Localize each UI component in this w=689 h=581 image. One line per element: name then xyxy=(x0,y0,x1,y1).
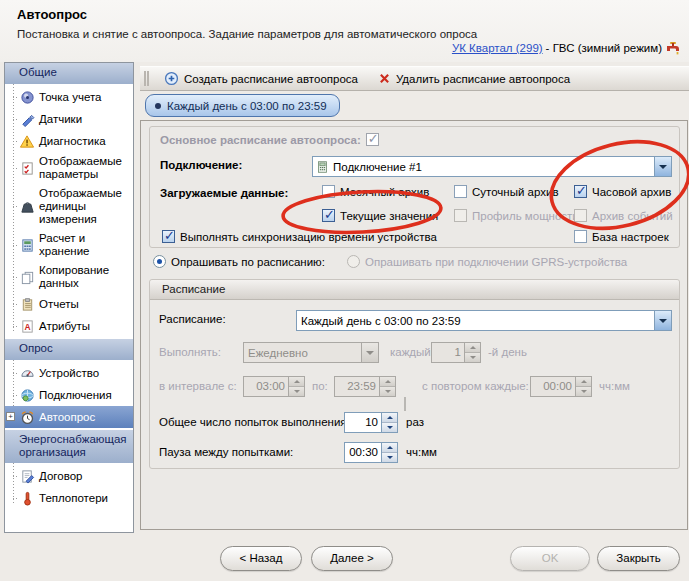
pause-spinner[interactable]: 00:30 xyxy=(344,442,398,463)
repeat-spinner: 00:00 xyxy=(530,376,592,397)
daily-archive-checkbox[interactable] xyxy=(454,185,467,198)
perform-combobox: Ежедневно xyxy=(243,342,379,363)
autopoll-settings-window: { "header": { "title": "Автоопрос", "sub… xyxy=(0,0,689,581)
settings-db-checkbox[interactable] xyxy=(574,230,587,243)
connection-dropdown-arrow[interactable] xyxy=(654,157,671,176)
day-suffix-label: -й день xyxy=(488,346,527,358)
sidebar-section-energy-org: Энергоснабжающая организация xyxy=(5,430,133,463)
attempts-spinner[interactable]: 10 xyxy=(344,412,398,433)
schedule-dropdown-arrow[interactable] xyxy=(654,311,671,330)
delete-x-icon xyxy=(378,72,391,85)
repeat-checkbox xyxy=(404,397,406,411)
attempts-value: 10 xyxy=(345,413,381,432)
attempts-spin-buttons[interactable] xyxy=(381,413,397,432)
to-label: по: xyxy=(312,380,328,392)
power-profile-checkbox xyxy=(454,209,467,222)
every-day-spinner: 1 xyxy=(431,342,481,363)
expand-plus-icon[interactable]: + xyxy=(6,412,15,421)
page-title: Автоопрос xyxy=(17,7,87,22)
schedule-label: Расписание: xyxy=(159,313,226,325)
schedule-value: Каждый день с 03:00 по 23:59 xyxy=(297,315,654,327)
monthly-archive-checkbox[interactable] xyxy=(322,185,335,198)
sidebar-item-displayed-parameters[interactable]: Отображаемые параметры xyxy=(5,152,133,184)
daily-archive-option[interactable]: Суточный архив xyxy=(454,185,559,198)
alarm-clock-icon xyxy=(19,409,35,425)
warning-icon xyxy=(19,133,35,149)
sidebar-item-sensors[interactable]: Датчики xyxy=(5,108,133,130)
ok-button: OK xyxy=(510,546,590,571)
pause-value: 00:30 xyxy=(345,443,381,462)
repeat-label: с повтором каждые: xyxy=(422,380,529,392)
sidebar-item-displayed-units[interactable]: Отображаемые единицы измерения xyxy=(5,184,133,229)
time-sync-checkbox[interactable] xyxy=(162,230,175,243)
back-button[interactable]: < Назад xyxy=(220,546,302,571)
repeat-unit-label: чч:мм xyxy=(599,380,630,392)
interval-from-value: 03:00 xyxy=(244,377,288,396)
svg-text:A: A xyxy=(24,321,30,331)
sidebar-item-copy-data[interactable]: Копирование данных xyxy=(5,261,133,293)
toolbar-grip[interactable] xyxy=(144,71,149,86)
perform-value: Ежедневно xyxy=(244,347,361,359)
poll-by-schedule-option[interactable]: Опрашивать по расписанию: xyxy=(153,255,325,268)
sidebar-navigation: Общие Точка учета Датчики Диагностика От… xyxy=(4,62,134,533)
attribute-a-icon: A xyxy=(19,318,35,334)
sidebar-section-general: Общие xyxy=(5,63,133,84)
sidebar-item-device[interactable]: Устройство xyxy=(5,362,133,384)
main-schedule-checkbox xyxy=(366,133,379,146)
interval-to-value: 23:59 xyxy=(335,377,379,396)
sidebar-item-connections[interactable]: Подключения xyxy=(5,384,133,406)
hourly-archive-checkbox[interactable] xyxy=(574,185,587,198)
schedule-group-title: Расписание xyxy=(150,280,679,300)
every-label: каждый xyxy=(390,346,431,358)
sidebar-item-autopoll[interactable]: + Автоопрос xyxy=(5,406,133,428)
sidebar-item-calc-storage[interactable]: Расчет и хранение xyxy=(5,229,133,261)
main-schedule-row: Основное расписание автоопроса: xyxy=(160,133,379,146)
toolbar: Создать расписание автоопроса Удалить ра… xyxy=(140,66,689,91)
schedule-tabs: Каждый день с 03:00 по 23:59 xyxy=(145,94,340,117)
sidebar-item-heat-loss[interactable]: Теплопотери xyxy=(5,487,133,509)
sidebar-item-diagnostics[interactable]: Диагностика xyxy=(5,130,133,152)
connection-combobox[interactable]: Подключение #1 xyxy=(312,156,672,177)
clipboard-icon xyxy=(19,296,35,312)
weight-icon xyxy=(19,199,35,215)
close-button[interactable]: Закрыть xyxy=(597,546,680,571)
pause-spin-buttons[interactable] xyxy=(381,443,397,462)
header: Автоопрос Постановка и снятие с автоопро… xyxy=(0,0,689,62)
perform-label: Выполнять: xyxy=(159,346,221,358)
monthly-archive-option[interactable]: Месячный архив xyxy=(322,185,429,198)
create-schedule-button[interactable]: Создать расписание автоопроса xyxy=(157,69,365,88)
page-subtitle: Постановка и снятие с автоопроса. Задани… xyxy=(17,28,477,40)
hourly-archive-option[interactable]: Часовой архив xyxy=(574,185,671,198)
tab-bullet-icon xyxy=(155,103,161,109)
sidebar-section-poll: Опрос xyxy=(5,339,133,360)
perform-dropdown-arrow xyxy=(361,343,378,362)
attempts-unit-label: раз xyxy=(406,416,424,428)
checklist-icon xyxy=(19,160,35,176)
settings-db-option[interactable]: База настроек xyxy=(574,230,669,243)
pen-icon xyxy=(19,111,35,127)
events-archive-option: Архив событий xyxy=(574,209,673,222)
sidebar-item-reports[interactable]: Отчеты xyxy=(5,293,133,315)
time-sync-option[interactable]: Выполнять синхронизацию времени устройст… xyxy=(162,230,437,243)
current-values-checkbox[interactable] xyxy=(322,209,335,222)
schedule-settings-panel: Основное расписание автоопроса: Подключе… xyxy=(140,120,688,530)
events-archive-checkbox xyxy=(574,209,587,222)
tab-schedule-active[interactable]: Каждый день с 03:00 по 23:59 xyxy=(145,94,340,117)
sidebar-item-attributes[interactable]: A Атрибуты xyxy=(5,315,133,337)
contract-icon xyxy=(19,468,35,484)
schedule-combobox[interactable]: Каждый день с 03:00 по 23:59 xyxy=(296,310,672,331)
current-values-option[interactable]: Текущие значения xyxy=(322,209,438,222)
poll-by-schedule-radio[interactable] xyxy=(153,255,166,268)
delete-schedule-button[interactable]: Удалить расписание автоопроса xyxy=(371,70,577,87)
next-button[interactable]: Далее > xyxy=(311,546,393,571)
attempts-label: Общее число попыток выполнения: xyxy=(159,416,350,428)
pause-unit-label: чч:мм xyxy=(406,446,437,458)
context-line: УК Квартал (299) - ГВС (зимний режим) xyxy=(452,41,681,55)
interval-to-spinner: 23:59 xyxy=(334,376,396,397)
thermometer-icon xyxy=(19,490,35,506)
sidebar-item-contract[interactable]: Договор xyxy=(5,465,133,487)
object-link[interactable]: УК Квартал (299) xyxy=(452,42,543,54)
poll-gprs-radio xyxy=(347,255,360,268)
every-day-value: 1 xyxy=(432,343,464,362)
sidebar-item-metering-point[interactable]: Точка учета xyxy=(5,86,133,108)
